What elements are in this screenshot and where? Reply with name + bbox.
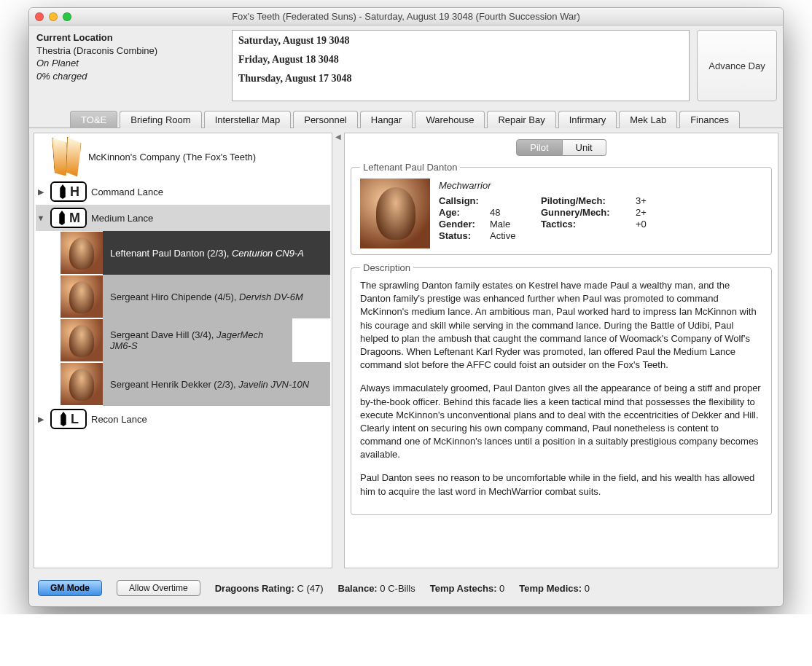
tactics-label: Tactics:	[541, 219, 636, 230]
dragoons-rating: Dragoons Rating: C (47)	[215, 583, 324, 594]
pilot-role: Mechwarrior	[439, 180, 762, 191]
tab-personnel[interactable]: Personnel	[293, 111, 358, 128]
status-label: Status:	[439, 230, 490, 241]
location-name: Thestria (Draconis Combine)	[36, 44, 225, 58]
content-area: McKinnon's Company (The Fox's Teeth) ▶ H…	[29, 128, 783, 573]
lance-row-medium[interactable]: ▼ M Medium Lance	[36, 205, 330, 231]
pilot-portrait-icon	[60, 363, 103, 405]
disclosure-icon[interactable]: ▼	[36, 213, 46, 222]
location-heading: Current Location	[36, 31, 225, 44]
status-value: Active	[490, 230, 541, 241]
gunnery-label: Gunnery/Mech:	[541, 207, 636, 218]
log-entry: Thursday, August 17 3048	[238, 73, 683, 85]
window-controls	[35, 12, 71, 21]
pilot-label: Sergeant Henrik Dekker (2/3), Javelin JV…	[103, 362, 330, 406]
allow-overtime-button[interactable]: Allow Overtime	[117, 580, 200, 596]
pilot-row-chipende[interactable]: Sergeant Hiro Chipende (4/5), Dervish DV…	[60, 275, 330, 318]
tab-infirmary[interactable]: Infirmary	[558, 111, 617, 128]
lance-row-command[interactable]: ▶ H Command Lance	[36, 179, 330, 205]
temp-astechs: Temp Astechs: 0	[430, 583, 505, 594]
close-icon[interactable]	[35, 12, 44, 21]
splitter-arrow-icon: ◀	[335, 133, 341, 141]
tab-interstellar-map[interactable]: Interstellar Map	[204, 111, 292, 128]
piloting-value: 3+	[636, 195, 665, 206]
pilot-stats: Callsign: Piloting/Mech: 3+ Age: 48 Gunn…	[439, 195, 762, 241]
pilot-portrait-icon	[60, 319, 103, 361]
detail-tab-pilot[interactable]: Pilot	[516, 139, 562, 156]
pilot-row-dekker[interactable]: Sergeant Henrik Dekker (2/3), Javelin JV…	[60, 362, 330, 406]
app-window: Fox's Teeth (Federated Suns) - Saturday,…	[28, 7, 784, 607]
location-status: On Planet	[36, 57, 225, 70]
tab-finances[interactable]: Finances	[679, 111, 740, 128]
tab-mek-lab[interactable]: Mek Lab	[619, 111, 677, 128]
lance-letter: H	[70, 184, 79, 200]
pilot-row-hill[interactable]: Sergeant Dave Hill (3/4), JagerMech JM6-…	[60, 318, 330, 362]
disclosure-icon[interactable]: ▶	[36, 415, 46, 424]
tab-briefing-room[interactable]: Briefing Room	[120, 111, 201, 128]
gm-mode-button[interactable]: GM Mode	[38, 580, 102, 596]
log-entry: Saturday, August 19 3048	[238, 35, 683, 47]
minimize-icon[interactable]	[49, 12, 58, 21]
main-tabs: TO&E Briefing Room Interstellar Map Pers…	[29, 110, 783, 128]
description-paragraph: Always immaculately groomed, Paul Danton…	[360, 382, 762, 461]
description-heading: Description	[360, 262, 413, 273]
detail-tabs: Pilot Unit	[351, 139, 772, 156]
pilot-name: Leftenant Paul Danton	[360, 162, 460, 173]
toe-tree[interactable]: McKinnon's Company (The Fox's Teeth) ▶ H…	[34, 133, 332, 568]
lance-icon: H	[50, 181, 87, 202]
lance-icon: L	[50, 409, 87, 429]
titlebar: Fox's Teeth (Federated Suns) - Saturday,…	[29, 8, 783, 26]
age-label: Age:	[439, 207, 490, 218]
balance: Balance: 0 C-Bills	[338, 583, 415, 594]
gunnery-value: 2+	[636, 207, 665, 218]
lance-letter: L	[71, 412, 79, 427]
detail-tab-unit[interactable]: Unit	[563, 139, 606, 156]
location-panel: Current Location Thestria (Draconis Comb…	[35, 30, 225, 101]
callsign-value	[490, 195, 541, 206]
tab-hangar[interactable]: Hangar	[360, 111, 413, 128]
lance-label: Command Lance	[91, 187, 163, 197]
window-title: Fox's Teeth (Federated Suns) - Saturday,…	[29, 11, 783, 22]
header-row: Current Location Thestria (Draconis Comb…	[29, 26, 783, 106]
gender-value: Male	[490, 219, 541, 230]
disclosure-icon[interactable]: ▶	[36, 187, 46, 197]
age-value: 48	[490, 207, 541, 218]
company-label: McKinnon's Company (The Fox's Teeth)	[88, 152, 256, 162]
company-row[interactable]: McKinnon's Company (The Fox's Teeth)	[36, 135, 330, 179]
pilot-portrait-icon	[60, 275, 103, 318]
log-entry: Friday, August 18 3048	[238, 54, 683, 66]
tab-repair-bay[interactable]: Repair Bay	[487, 111, 555, 128]
splitter-handle[interactable]: ◀	[335, 133, 341, 568]
location-charge: 0% charged	[36, 70, 225, 83]
description-paragraph: The sprawling Danton family estates on K…	[360, 279, 762, 372]
pilot-summary-box: Leftenant Paul Danton Mechwarrior Callsi…	[351, 162, 772, 255]
lance-icon: M	[50, 208, 87, 228]
pilot-label: Sergeant Dave Hill (3/4), JagerMech JM6-…	[103, 318, 292, 362]
pilot-portrait-icon	[60, 232, 103, 274]
description-box: Description The sprawling Danton family …	[351, 262, 772, 515]
event-log[interactable]: Saturday, August 19 3048 Friday, August …	[232, 30, 690, 101]
pilot-row-danton[interactable]: Leftenant Paul Danton (2/3), Centurion C…	[60, 231, 330, 275]
lance-letter: M	[69, 211, 80, 226]
company-icon	[50, 136, 84, 178]
zoom-icon[interactable]	[63, 12, 71, 21]
lance-label: Medium Lance	[91, 213, 153, 224]
lance-row-recon[interactable]: ▶ L Recon Lance	[36, 406, 330, 432]
tab-toe[interactable]: TO&E	[70, 111, 117, 128]
tactics-value: +0	[636, 219, 665, 230]
callsign-label: Callsign:	[439, 195, 490, 206]
temp-medics: Temp Medics: 0	[519, 583, 590, 594]
detail-panel: Pilot Unit Leftenant Paul Danton Mechwar…	[344, 133, 778, 568]
pilot-portrait-large-icon	[360, 179, 430, 248]
advance-day-button[interactable]: Advance Day	[697, 30, 777, 101]
tab-warehouse[interactable]: Warehouse	[415, 111, 485, 128]
pilot-label: Leftenant Paul Danton (2/3), Centurion C…	[103, 231, 330, 275]
description-paragraph: Paul Danton sees no reason to be uncomfo…	[360, 471, 762, 498]
status-bar: GM Mode Allow Overtime Dragoons Rating: …	[29, 573, 783, 606]
lance-label: Recon Lance	[91, 414, 147, 425]
piloting-label: Piloting/Mech:	[541, 195, 636, 206]
pilot-label: Sergeant Hiro Chipende (4/5), Dervish DV…	[103, 275, 330, 318]
gender-label: Gender:	[439, 219, 490, 230]
